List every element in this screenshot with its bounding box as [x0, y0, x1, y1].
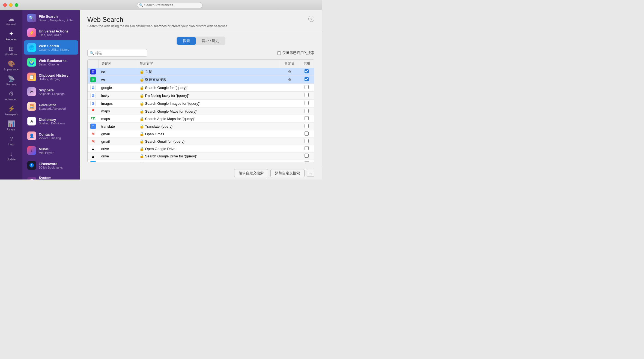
table-row[interactable]: 百 bd 🔒 百度 ⚙	[88, 68, 314, 76]
feature-item-contacts[interactable]: 👤 Contacts Viewer, Emailing	[24, 129, 78, 143]
content-area: Web Search Search the web using the buil…	[80, 10, 322, 180]
feature-item-web-bookmarks[interactable]: 🌍 Web Bookmarks Safari, Chrome	[24, 55, 78, 69]
row-enable-cell[interactable]	[299, 107, 314, 115]
table-row[interactable]: M gmail 🔒 Open Gmail	[88, 130, 314, 138]
only-enabled-checkbox[interactable]	[277, 51, 281, 55]
row-keyword-cell: maps	[99, 115, 137, 122]
row-display-cell: 🔒 Search Google Maps for '{query}'	[137, 107, 280, 115]
enable-checkbox[interactable]	[305, 93, 309, 97]
table-row[interactable]: G images 🔒 Search Google Images for '{qu…	[88, 100, 314, 107]
row-enable-cell[interactable]	[299, 160, 314, 163]
edit-custom-search-button[interactable]: 编辑自定义搜索	[234, 169, 268, 177]
feature-item-calculator[interactable]: 🧮 Calculator Standard, Advanced	[24, 99, 78, 113]
row-enable-cell[interactable]	[299, 84, 314, 92]
remove-search-button[interactable]: −	[307, 170, 314, 177]
row-enable-cell[interactable]	[299, 138, 314, 145]
row-enable-cell[interactable]	[299, 145, 314, 152]
tab-url-history[interactable]: 网址 / 历史	[196, 37, 225, 45]
table-body: 百 bd 🔒 百度 ⚙ 微 wx 🔒 微信文章搜索 ⚙ G google 🔒 S…	[88, 68, 314, 163]
row-icon-cell: T	[88, 122, 99, 130]
sidebar-item-powerpack[interactable]: ⚡ Powerpack	[0, 103, 22, 118]
feature-item-snippets[interactable]: ✂ Snippets Snippets, Clippings	[24, 85, 78, 99]
nav-label-help: Help	[8, 143, 14, 146]
only-enabled-label[interactable]: 仅显示已启用的搜索	[277, 50, 314, 55]
feature-name-universal: Universal Actions	[39, 29, 68, 33]
row-display-cell: 🔒 Open Gmail	[137, 130, 280, 138]
lock-icon: 🔒	[139, 85, 144, 90]
row-keyword-cell: lucky	[99, 92, 137, 100]
row-enable-cell[interactable]	[299, 122, 314, 130]
feature-sub-snippets: Snippets, Clippings	[39, 92, 64, 95]
lock-icon: 🔒	[139, 132, 144, 136]
feature-name-web-search: Web Search	[39, 44, 69, 48]
feature-item-file-search[interactable]: 🔍 File Search Search, Navigation, Buffer	[24, 11, 78, 25]
row-display-cell: 🔒 微信文章搜索	[137, 76, 280, 84]
add-custom-search-button[interactable]: 添加自定义搜索	[270, 169, 305, 177]
feature-name-calculator: Calculator	[39, 103, 66, 107]
sidebar-item-features[interactable]: ✦ Features	[0, 28, 22, 43]
feature-item-web-search[interactable]: 🌐 Web Search Custom, URLs, History	[24, 40, 78, 55]
gear-icon[interactable]: ⚙	[288, 77, 291, 82]
feature-item-system[interactable]: System Commands, Quitting, Ejecting	[24, 173, 78, 180]
table-row[interactable]: 🗺 maps 🔒 Search Apple Maps for '{query}'	[88, 115, 314, 122]
feature-icon-dictionary: A	[27, 117, 36, 125]
sidebar-item-workflows[interactable]: ⊞ Workflows	[0, 43, 22, 58]
row-icon-cell: 🗺	[88, 115, 99, 122]
sidebar-item-general[interactable]: ☁ General	[0, 13, 22, 28]
sidebar-item-update[interactable]: ↓ Update	[0, 148, 22, 163]
gear-icon[interactable]: ⚙	[288, 70, 291, 74]
search-table: 关键词 显示文字 自定义 启用 百 bd 🔒 百度 ⚙ 微 wx 🔒 微信文章搜…	[87, 59, 314, 162]
table-row[interactable]: ▲ drive 🔒 Search Google Drive for '{quer…	[88, 152, 314, 160]
enable-checkbox[interactable]	[305, 101, 309, 105]
table-row[interactable]: ▲ drive 🔒 Open Google Drive	[88, 145, 314, 152]
maximize-button[interactable]	[15, 3, 18, 7]
table-row[interactable]: 📍 maps 🔒 Search Google Maps for '{query}…	[88, 107, 314, 115]
row-enable-cell[interactable]	[299, 92, 314, 100]
table-row[interactable]: G lucky 🔒 I'm feeling lucky for '{query}…	[88, 92, 314, 100]
enable-checkbox[interactable]	[305, 69, 309, 73]
help-button[interactable]: ?	[308, 16, 314, 22]
search-preferences-input[interactable]	[137, 2, 202, 8]
feature-icon-1password: 1	[27, 161, 36, 170]
table-row[interactable]: M gmail 🔒 Search Gmail for '{query}'	[88, 138, 314, 145]
row-enable-cell[interactable]	[299, 152, 314, 160]
filter-input[interactable]	[87, 49, 147, 57]
table-row[interactable]: 微 wx 🔒 微信文章搜索 ⚙	[88, 76, 314, 84]
enable-checkbox[interactable]	[305, 77, 309, 81]
enable-checkbox[interactable]	[305, 161, 309, 162]
tab-search[interactable]: 搜索	[177, 37, 196, 45]
row-enable-cell[interactable]	[299, 130, 314, 138]
sidebar-item-help[interactable]: ? Help	[0, 133, 22, 148]
enable-checkbox[interactable]	[305, 116, 309, 120]
enable-checkbox[interactable]	[305, 139, 309, 143]
close-button[interactable]	[3, 3, 7, 7]
row-enable-cell[interactable]	[299, 100, 314, 107]
feature-item-universal-actions[interactable]: ⚡ Universal Actions Files, Text, URLs	[24, 26, 78, 40]
enable-checkbox[interactable]	[305, 154, 309, 158]
feature-item-music[interactable]: ♪ Music Mini Player	[24, 143, 78, 158]
row-enable-cell[interactable]	[299, 76, 314, 84]
enable-checkbox[interactable]	[305, 146, 309, 150]
page-title: Web Search	[87, 16, 228, 23]
feature-sub-file-search: Search, Navigation, Buffer	[39, 19, 74, 22]
sidebar-item-appearance[interactable]: 🎨 Appearance	[0, 58, 22, 73]
feature-sub-web-bookmarks: Safari, Chrome	[39, 63, 67, 66]
feature-item-clipboard[interactable]: 📋 Clipboard History History, Merging	[24, 70, 78, 84]
table-row[interactable]: T translate 🔒 Translate '{query}'	[88, 122, 314, 130]
row-keyword-cell: gmail	[99, 138, 137, 145]
sidebar-item-usage[interactable]: 📊 Usage	[0, 118, 22, 133]
feature-item-1password[interactable]: 1 1Password 1Click Bookmarks	[24, 158, 78, 172]
row-enable-cell[interactable]	[299, 115, 314, 122]
row-icon-cell: ▲	[88, 152, 99, 160]
row-enable-cell[interactable]	[299, 68, 314, 76]
sidebar-item-remote[interactable]: 📡 Remote	[0, 73, 22, 88]
table-row[interactable]: G google 🔒 Search Google for '{query}'	[88, 84, 314, 92]
enable-checkbox[interactable]	[305, 124, 309, 128]
sidebar-item-advanced[interactable]: ⚙ Advanced	[0, 88, 22, 103]
enable-checkbox[interactable]	[305, 109, 309, 113]
enable-checkbox[interactable]	[305, 131, 309, 136]
table-row[interactable]: 🐦 twitter 🔒 Open Twitter	[88, 160, 314, 163]
enable-checkbox[interactable]	[305, 85, 309, 89]
minimize-button[interactable]	[9, 3, 13, 7]
feature-item-dictionary[interactable]: A Dictionary Spelling, Definitions	[24, 114, 78, 128]
